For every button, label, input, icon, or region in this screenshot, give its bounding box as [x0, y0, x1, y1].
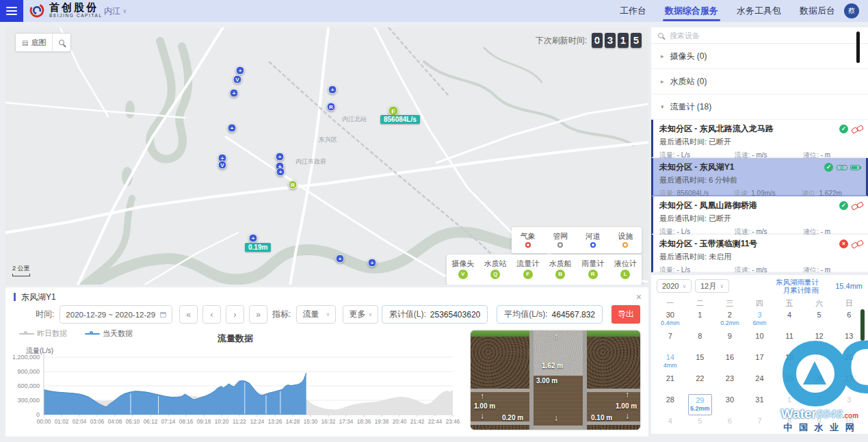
device-card[interactable]: 未知分区 - 东风北路流入龙马路✓最后通讯时间: 已断开流量: - L/s流速:… — [651, 120, 868, 158]
map-search-button[interactable] — [53, 34, 70, 51]
device-type-icon: V — [458, 270, 468, 279]
calendar-day[interactable]: 22 — [685, 373, 715, 394]
calendar-day[interactable]: 10 — [834, 415, 864, 434]
calendar-day[interactable]: 25 — [774, 373, 804, 394]
menu-button[interactable] — [0, 0, 23, 22]
map-marker[interactable]: + — [276, 153, 285, 161]
device-card[interactable]: 未知分区 - 凤凰山路御桥港✓最后通讯时间: 已断开流量: - L/s流速: -… — [651, 196, 868, 235]
legend-device-item[interactable]: 水质站Q — [479, 255, 512, 285]
calendar-day[interactable]: 26 — [804, 373, 834, 394]
month-select[interactable]: 12月 ∨ — [695, 279, 729, 293]
brand-text: 首创股份 BEIJING CAPITAL — [49, 2, 103, 18]
legend-device-item[interactable]: 流量计F — [512, 255, 544, 285]
range-nav-button[interactable]: » — [249, 305, 267, 324]
station-rain-link[interactable]: 东风湖雨量计 月累计降雨 — [776, 278, 819, 294]
calendar-day[interactable]: 17 — [745, 352, 775, 373]
calendar-day[interactable]: 300.4mm — [655, 309, 685, 330]
legend-label: 水质站 — [484, 260, 507, 268]
calendar-day[interactable]: 3 — [834, 394, 864, 415]
calendar-day[interactable]: 4 — [774, 309, 804, 330]
map-marker[interactable]: R — [289, 181, 298, 190]
calendar-day[interactable]: 4 — [655, 415, 685, 434]
device-search-input[interactable] — [668, 31, 861, 40]
map-marker[interactable]: + — [328, 86, 337, 94]
weekday-label: 三 — [715, 298, 745, 309]
calendar-day[interactable]: 13 — [834, 330, 864, 352]
navbar-tab[interactable]: 数据综合服务 — [665, 0, 718, 22]
calendar-day[interactable]: 15 — [685, 352, 715, 373]
close-icon[interactable]: × — [636, 292, 642, 302]
calendar-day[interactable]: 295.2mm — [688, 394, 713, 415]
legend-layer-item[interactable]: 管网 — [544, 227, 577, 253]
device-group[interactable]: ▸摄像头 (0) — [651, 44, 868, 69]
navbar-tab[interactable]: 水务工具包 — [737, 0, 781, 22]
calendar-day[interactable]: 6 — [715, 415, 745, 434]
legend-device-item[interactable]: 水质船B — [544, 255, 577, 285]
range-nav-button[interactable]: « — [179, 305, 198, 324]
metric-select[interactable]: 流量 ∨ — [296, 305, 336, 324]
map-marker[interactable]: + — [230, 89, 239, 98]
map-marker[interactable]: + — [368, 259, 377, 268]
avatar[interactable]: 蔡 — [844, 3, 859, 18]
map-marker[interactable]: + — [276, 168, 285, 177]
scrollbar-thumb[interactable] — [856, 31, 860, 63]
legend-device-item[interactable]: 液位计L — [609, 255, 642, 285]
more-button[interactable]: 更多 ∨ — [343, 305, 378, 324]
calendar-day[interactable]: 9 — [715, 330, 745, 352]
device-group[interactable]: ▸水质站 (0) — [651, 69, 868, 94]
calendar-day[interactable]: 6 — [834, 309, 864, 330]
calendar-day[interactable]: 1 — [774, 394, 804, 415]
calendar-day[interactable]: 7 — [655, 330, 685, 352]
legend-device-item[interactable]: 雨量计R — [577, 255, 609, 285]
calendar-day[interactable]: 9 — [804, 415, 834, 434]
legend-layer-item[interactable]: 河道 — [577, 227, 609, 253]
calendar-day[interactable]: 24 — [745, 373, 775, 394]
date-range-picker[interactable]: 2020-12-29 ~ 2020-12-29 — [60, 305, 172, 324]
calendar-day[interactable]: 8 — [685, 330, 715, 352]
calendar-day[interactable]: 36mm — [745, 309, 775, 330]
city-selector[interactable]: 内江 ∨ — [104, 0, 127, 22]
calendar-day[interactable]: 27 — [834, 373, 864, 394]
legend-layer-item[interactable]: 设施 — [609, 227, 642, 253]
calendar-day[interactable]: 18 — [774, 352, 804, 373]
navbar-tab[interactable]: 数据后台 — [800, 0, 835, 22]
legend-device-item[interactable]: 摄像头V — [447, 255, 479, 285]
calendar-day[interactable]: 11 — [774, 330, 804, 352]
calendar-day[interactable]: 10 — [745, 330, 775, 352]
device-card[interactable]: 未知分区 - 玉带溪临测11号×最后通讯时间: 未启用流量: - L/s流速: … — [651, 235, 868, 272]
calendar-day[interactable]: 16 — [715, 352, 745, 373]
basemap-button[interactable]: ▤ 底图 — [16, 34, 53, 51]
export-button[interactable]: 导出 — [611, 305, 640, 324]
year-select[interactable]: 2020 ∨ — [657, 279, 692, 293]
calendar-day[interactable]: 5 — [804, 309, 834, 330]
calendar-day[interactable]: 144mm — [655, 352, 685, 373]
calendar-day[interactable]: 12 — [804, 330, 834, 352]
navbar-tab[interactable]: 工作台 — [620, 0, 646, 22]
scrollbar-thumb[interactable] — [860, 309, 865, 341]
map-marker[interactable]: + — [336, 255, 345, 263]
map-marker[interactable]: + — [249, 234, 258, 243]
calendar-day[interactable]: 20 — [834, 352, 864, 373]
calendar-day[interactable]: 8 — [774, 415, 804, 434]
calendar-day[interactable]: 21 — [655, 373, 685, 394]
range-nav-button[interactable]: › — [226, 305, 244, 324]
map-marker[interactable]: V — [233, 75, 242, 84]
calendar-day[interactable]: 5 — [685, 415, 715, 434]
legend-layer-item[interactable]: 气象 — [512, 227, 544, 253]
calendar-day[interactable]: 28 — [655, 394, 685, 415]
range-nav-button[interactable]: ‹ — [202, 305, 221, 324]
calendar-day[interactable]: 20.2mm — [715, 309, 745, 330]
calendar-day[interactable]: 30 — [715, 394, 745, 415]
calendar-day[interactable]: 7 — [745, 415, 775, 434]
calendar-day[interactable]: 2 — [804, 394, 834, 415]
device-card[interactable]: 未知分区 - 东风湖Y1✓最后通讯时间: 6 分钟前流量: 856084L/s流… — [651, 158, 868, 196]
map-marker[interactable]: + — [236, 66, 245, 75]
calendar-day[interactable]: 1 — [685, 309, 715, 330]
calendar-day[interactable]: 19 — [804, 352, 834, 373]
calendar-day[interactable]: 31 — [745, 394, 775, 415]
map-marker[interactable]: R — [327, 103, 336, 112]
calendar-day[interactable]: 23 — [715, 373, 745, 394]
device-group[interactable]: ▾流量计 (18) — [651, 94, 868, 120]
map-marker[interactable]: + — [228, 124, 237, 133]
map-marker[interactable]: V — [218, 161, 227, 170]
